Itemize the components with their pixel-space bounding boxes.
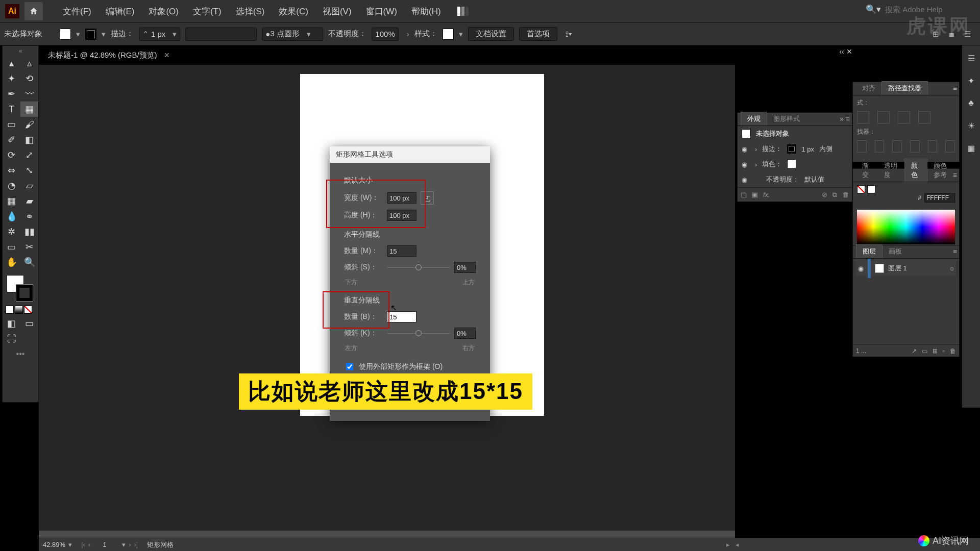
selection-tool[interactable]: ▴	[3, 56, 20, 71]
free-transform-tool[interactable]: ⤡	[20, 163, 38, 178]
panel-menu-icon[interactable]: » ≡	[840, 115, 850, 123]
layer-name[interactable]: 图层 1	[888, 264, 907, 273]
stroke-side[interactable]: 内侧	[819, 144, 832, 154]
blend-tool[interactable]: ⚭	[20, 209, 38, 224]
graph-tool[interactable]: ▮▮	[20, 224, 38, 239]
close-tab-icon[interactable]: ×	[164, 50, 170, 61]
gradient-tool[interactable]: ▰	[20, 193, 38, 209]
reference-point-icon[interactable]: ◰	[421, 191, 434, 205]
use-outer-rect-checkbox[interactable]	[346, 363, 353, 370]
unite-icon[interactable]	[857, 111, 869, 123]
menu-icon[interactable]: ☰	[964, 30, 971, 39]
change-screen-icon[interactable]: ⛶	[3, 331, 20, 346]
target-icon[interactable]: ○	[950, 265, 954, 272]
align-to-icon[interactable]: ⟟▾	[566, 30, 572, 39]
panel-menu-icon[interactable]: ≡	[953, 84, 957, 92]
color-spectrum[interactable]	[857, 210, 955, 244]
menu-window[interactable]: 窗口(W)	[359, 6, 404, 17]
artboard-nav[interactable]: |‹‹1››|	[81, 541, 138, 548]
sun-icon[interactable]: ☀	[966, 120, 977, 131]
new-layer-icon[interactable]: ▫	[943, 347, 945, 355]
delete-icon[interactable]: 🗑	[842, 191, 849, 198]
fill-swatch[interactable]	[60, 29, 71, 40]
rectangle-tool[interactable]: ▭	[3, 117, 20, 132]
properties-icon[interactable]: ☰	[966, 53, 977, 64]
tab-graphic-styles[interactable]: 图形样式	[767, 112, 806, 126]
arrange-icon[interactable]: ≣	[948, 30, 955, 39]
tab-align[interactable]: 对齐	[856, 82, 881, 95]
add-effect-icon[interactable]: fx.	[763, 191, 770, 198]
draw-mode-icon[interactable]: ◧	[3, 316, 20, 331]
zoom-tool[interactable]: 🔍	[20, 255, 38, 270]
doc-setup-button[interactable]: 文档设置	[468, 27, 514, 41]
gpu-icon[interactable]: ⊞	[933, 30, 939, 39]
fill-swatch-icon[interactable]	[787, 160, 796, 169]
menu-select[interactable]: 选择(S)	[229, 6, 272, 17]
merge-icon[interactable]	[892, 140, 902, 153]
screen-mode-icon[interactable]: ▭	[20, 316, 38, 331]
collapse-panel-icon[interactable]: ‹‹ ✕	[838, 46, 853, 57]
tab-transparency[interactable]: 透明度	[878, 159, 904, 182]
eraser-tool[interactable]: ◧	[20, 132, 38, 147]
hand-tool[interactable]: ✋	[3, 255, 20, 270]
slice-tool[interactable]: ✂	[20, 239, 38, 255]
menu-edit[interactable]: 编辑(E)	[99, 6, 142, 17]
help-search-input[interactable]	[884, 5, 971, 14]
brushes-icon[interactable]: ♣	[966, 97, 977, 109]
arrange-docs-icon[interactable]	[457, 7, 469, 16]
rect-grid-tool[interactable]: ▦	[20, 102, 38, 117]
color-mode-switches[interactable]	[3, 304, 38, 316]
clear-icon[interactable]: ⊘	[822, 191, 827, 198]
opacity-input[interactable]: 100%	[372, 28, 398, 41]
visibility-icon[interactable]: ◉	[858, 265, 864, 272]
panel-menu-icon[interactable]: ≡	[953, 247, 957, 256]
canvas[interactable]: 矩形网格工具选项 ↖ 默认大小 宽度 (W)： ◰ 高度 (H)：	[39, 65, 735, 536]
panel-menu-icon[interactable]: ≡	[953, 171, 957, 179]
locate-icon[interactable]: ↗	[912, 347, 917, 355]
shaper-tool[interactable]: ✐	[3, 132, 20, 147]
tab-gradient[interactable]: 渐变	[856, 159, 878, 182]
symbol-spray-tool[interactable]: ✲	[3, 224, 20, 239]
pen-tool[interactable]: ✒	[3, 86, 20, 102]
exclude-icon[interactable]	[918, 111, 930, 123]
hex-input[interactable]	[924, 193, 955, 203]
artboard-tool[interactable]: ▭	[3, 239, 20, 255]
perspective-tool[interactable]: ▱	[20, 178, 38, 193]
tab-artboards[interactable]: 画板	[883, 245, 908, 258]
skew-k-value[interactable]	[454, 328, 476, 339]
scale-tool[interactable]: ⤢	[20, 147, 38, 163]
stroke-swatch[interactable]	[85, 29, 96, 40]
stroke-swatch-icon[interactable]	[787, 144, 796, 154]
outline-icon[interactable]	[928, 140, 938, 153]
white-swatch-icon[interactable]	[867, 185, 875, 193]
width-tool[interactable]: ⇔	[3, 163, 20, 178]
tab-color[interactable]: 颜色	[904, 159, 927, 182]
swatches-icon[interactable]: ▦	[966, 142, 977, 154]
menu-help[interactable]: 帮助(H)	[404, 6, 448, 17]
horizontal-scrollbar[interactable]	[39, 531, 735, 538]
rotate-tool[interactable]: ⟳	[3, 147, 20, 163]
menu-file[interactable]: 文件(F)	[56, 6, 99, 17]
visibility-icon[interactable]: ◉	[742, 145, 750, 153]
count-m-input[interactable]	[387, 245, 416, 257]
new-sublayer-icon[interactable]: ⊞	[933, 347, 938, 355]
duplicate-icon[interactable]: ⧉	[832, 191, 837, 199]
new-stroke-icon[interactable]: ▣	[752, 191, 758, 198]
magic-wand-tool[interactable]: ✦	[3, 71, 20, 86]
menu-object[interactable]: 对象(O)	[141, 6, 186, 17]
stroke-color-icon[interactable]	[16, 284, 33, 302]
home-button[interactable]	[24, 2, 43, 20]
minus-back-icon[interactable]	[945, 140, 955, 153]
style-swatch[interactable]	[443, 29, 454, 40]
var-width-profile[interactable]	[185, 28, 257, 41]
document-tab[interactable]: 未标题-1 @ 42.89% (RGB/预览) ×	[39, 50, 179, 61]
edit-toolbar-icon[interactable]: •••	[3, 349, 38, 359]
make-clip-icon[interactable]: ▭	[922, 347, 927, 355]
stroke-value[interactable]: 1 px	[801, 145, 814, 153]
tab-layers[interactable]: 图层	[856, 244, 883, 258]
minus-front-icon[interactable]	[877, 111, 890, 123]
curvature-tool[interactable]: 〰	[20, 86, 38, 102]
shape-builder-tool[interactable]: ◔	[3, 178, 20, 193]
visibility-icon[interactable]: ◉	[742, 161, 750, 168]
visibility-icon[interactable]: ◉	[742, 176, 750, 184]
